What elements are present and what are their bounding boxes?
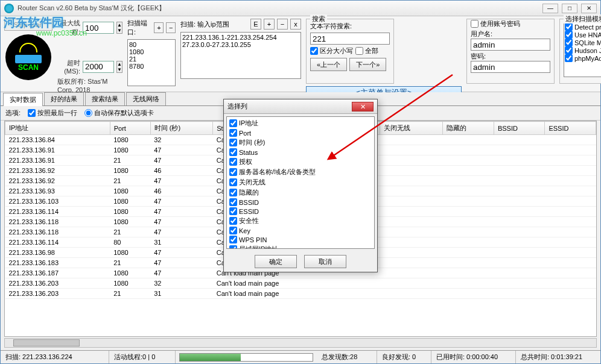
tab-0[interactable]: 实时数据 <box>3 93 43 106</box>
user-label: 用户名: <box>471 30 550 39</box>
timeout-spinner[interactable]: ▲▼ <box>116 61 122 73</box>
search-next-button[interactable]: 下一个» <box>349 58 386 71</box>
module-checkbox[interactable]: Detect proxy servers <box>565 23 601 31</box>
ports-remove-button[interactable]: − <box>166 22 176 33</box>
search-input[interactable] <box>310 33 390 45</box>
stop-scan-button[interactable]: Stop scan <box>4 19 52 31</box>
column-header[interactable]: 关闭无线 <box>380 122 443 135</box>
app-icon <box>4 4 14 13</box>
dialog-title: 选择列 <box>227 102 352 111</box>
timeout-input[interactable] <box>83 61 114 73</box>
window-title: Router Scan v2.60 Beta by Stas'M 汉化【GEEK… <box>17 4 542 13</box>
column-header[interactable]: Port <box>110 122 150 135</box>
ports-add-button[interactable]: + <box>154 22 164 33</box>
autosave-radio[interactable]: 自动保存默认选项卡 <box>84 108 154 118</box>
column-checkbox[interactable]: 安全性 <box>228 216 373 226</box>
search-group-title: 搜索 <box>310 14 327 24</box>
column-checkbox[interactable]: Port <box>228 128 373 137</box>
ports-list[interactable]: 801080218780 <box>127 39 176 86</box>
tab-1[interactable]: 好的结果 <box>44 92 84 105</box>
ranges-remove-button[interactable]: − <box>277 19 288 30</box>
column-header[interactable]: 时间 (秒) <box>150 122 213 135</box>
column-checkbox[interactable]: 局域网IP地址 <box>228 244 373 249</box>
status-good: 良好发现: 0 <box>377 351 431 363</box>
all-checkbox[interactable]: 全部 <box>355 46 378 55</box>
modules-group-title: 选择扫描模块 <box>564 14 601 24</box>
user-input[interactable] <box>471 39 550 51</box>
column-header[interactable]: ESSID <box>545 122 596 135</box>
module-checkbox[interactable]: SQLite Manager RCE <box>565 39 601 46</box>
module-checkbox[interactable]: Hudson Java Servlet <box>565 46 601 54</box>
module-checkbox[interactable]: Use HNAP 1.0 <box>565 31 601 39</box>
dialog-ok-button[interactable]: 确定 <box>255 255 297 268</box>
table-row[interactable]: 221.233.136.203108032Can't load main pag… <box>5 278 596 289</box>
follow-last-checkbox[interactable]: 按照最后一行 <box>28 108 77 118</box>
tab-3[interactable]: 无线网络 <box>126 92 166 105</box>
progress-bar <box>179 353 313 362</box>
column-checkbox[interactable]: BSSID <box>228 198 373 207</box>
pass-label: 密码: <box>471 52 550 61</box>
column-checkbox[interactable]: 时间 (秒) <box>228 137 373 148</box>
status-scan: 扫描: 221.233.136.224 <box>1 351 109 363</box>
column-checkbox[interactable]: WPS PIN <box>228 235 373 244</box>
timeout-label: 超时 (MS): <box>57 58 80 75</box>
threads-spinner[interactable]: ▲▼ <box>116 22 122 34</box>
titlebar: Router Scan v2.60 Beta by Stas'M 汉化【GEEK… <box>1 1 600 16</box>
ports-label: 扫描端口: <box>127 19 151 37</box>
maximize-button[interactable]: □ <box>562 4 577 13</box>
tab-2[interactable]: 搜索结果 <box>85 92 125 105</box>
copyright-text: 版权所有: Stas'M Corp. 2018 <box>57 77 122 93</box>
module-checkbox[interactable]: phpMyAdmin RCE <box>565 54 601 62</box>
ranges-list[interactable]: 221.233.136.1-221.233.254.25427.23.0.0-2… <box>180 32 301 79</box>
dialog-close-button[interactable]: ✕ <box>352 102 374 111</box>
column-checkbox[interactable]: Key <box>228 226 373 235</box>
scan-logo: SCAN <box>5 34 51 80</box>
status-bar: 扫描: 221.233.136.224 活动线程:0 | 0 总发现数:28 良… <box>1 350 600 363</box>
max-threads-input[interactable] <box>83 22 114 34</box>
horizontal-scrollbar[interactable] <box>4 338 597 348</box>
column-header[interactable]: 隐藏的 <box>443 122 494 135</box>
dialog-cancel-button[interactable]: 取消 <box>304 255 346 268</box>
status-total: 总共时间: 0:01:39:21 <box>516 351 600 363</box>
ranges-clear-button[interactable]: x <box>290 19 301 30</box>
minimize-button[interactable]: — <box>542 4 558 13</box>
column-checkbox[interactable]: 关闭无线 <box>228 177 373 187</box>
status-found: 总发现数:28 <box>317 351 377 363</box>
select-columns-dialog: 选择列 ✕ IP地址 Port 时间 (秒) Status 授权 服务器名称/域… <box>223 99 378 272</box>
column-checkbox[interactable]: 授权 <box>228 157 373 167</box>
close-button[interactable]: ✕ <box>581 4 597 13</box>
column-checkbox[interactable]: ESSID <box>228 207 373 216</box>
search-prev-button[interactable]: «上一个 <box>310 58 347 71</box>
table-row[interactable]: 221.233.136.2032131Can't load main page <box>5 289 596 299</box>
use-auth-checkbox[interactable]: 使用账号密码 <box>471 19 550 28</box>
column-checkbox[interactable]: IP地址 <box>228 118 373 128</box>
status-threads: 活动线程:0 | 0 <box>109 351 176 363</box>
ranges-label: 扫描: 输入ip范围 <box>180 20 229 29</box>
ranges-add-button[interactable]: + <box>264 19 275 30</box>
options-label: 选项: <box>5 108 21 118</box>
pass-input[interactable] <box>471 61 550 73</box>
column-header[interactable]: BSSID <box>494 122 545 135</box>
max-threads-label: 最大线程: <box>57 19 80 37</box>
column-header[interactable]: IP地址 <box>5 122 110 135</box>
case-checkbox[interactable]: 区分大小写 <box>310 46 353 55</box>
status-elapsed: 已用时间: 0:00:00:40 <box>431 351 516 363</box>
column-checkbox[interactable]: Status <box>228 148 373 157</box>
column-checkbox[interactable]: 服务器名称/域名/设备类型 <box>228 167 373 177</box>
ranges-edit-button[interactable]: E <box>250 19 261 30</box>
column-checkbox[interactable]: 隐藏的 <box>228 187 373 198</box>
